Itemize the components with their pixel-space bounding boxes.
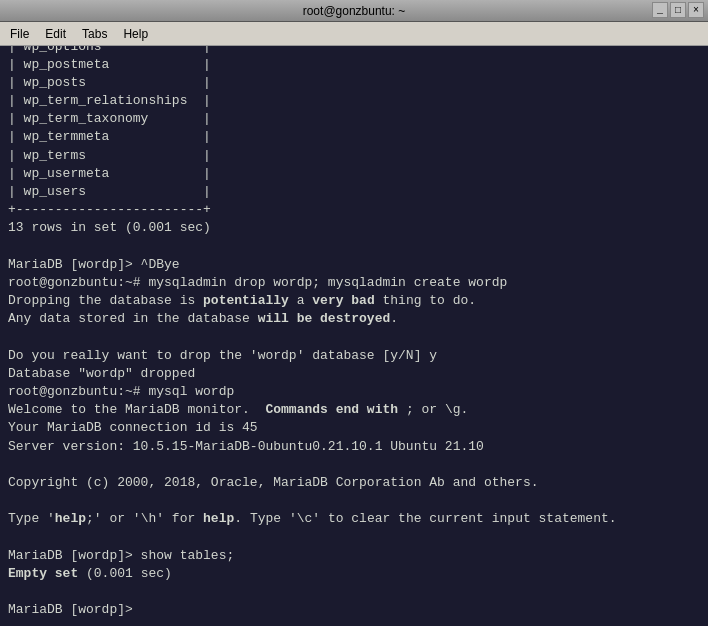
window-title: root@gonzbuntu: ~	[303, 4, 406, 18]
menu-file[interactable]: File	[4, 25, 35, 43]
menubar: File Edit Tabs Help	[0, 22, 708, 46]
close-button[interactable]: ×	[688, 2, 704, 18]
titlebar: root@gonzbuntu: ~ _ □ ×	[0, 0, 708, 22]
terminal-output[interactable]: MariaDB [wordp]> show tables; +---------…	[0, 46, 708, 626]
menu-help[interactable]: Help	[117, 25, 154, 43]
menu-edit[interactable]: Edit	[39, 25, 72, 43]
minimize-button[interactable]: _	[652, 2, 668, 18]
window-controls[interactable]: _ □ ×	[652, 2, 704, 18]
maximize-button[interactable]: □	[670, 2, 686, 18]
menu-tabs[interactable]: Tabs	[76, 25, 113, 43]
